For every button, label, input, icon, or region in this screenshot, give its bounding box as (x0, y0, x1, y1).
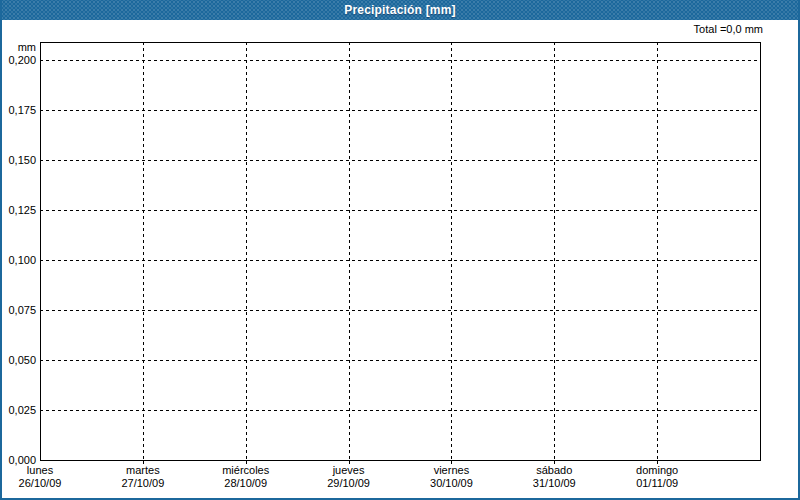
x-tick-label: jueves29/10/09 (327, 464, 370, 490)
y-tick-label: 0,100 (0, 254, 36, 266)
x-tick-label: domingo01/11/09 (636, 464, 678, 490)
y-tick-label: 0,050 (0, 354, 36, 366)
x-tick-label: viernes30/10/09 (430, 464, 473, 490)
gridline-horizontal (40, 160, 760, 161)
x-tick-date-label: 30/10/09 (430, 477, 473, 490)
x-tick-date-label: 26/10/09 (19, 477, 62, 490)
gridline-vertical (451, 42, 452, 460)
y-tick-label: 0,025 (0, 404, 36, 416)
chart-window: Precipitación [mm] Total =0,0 mm mm 0,20… (0, 0, 800, 500)
x-tick-date-label: 27/10/09 (121, 477, 164, 490)
x-tick-day-label: jueves (327, 464, 370, 477)
x-tick-date-label: 28/10/09 (222, 477, 269, 490)
gridline-vertical (657, 42, 658, 460)
gridline-horizontal (40, 310, 760, 311)
gridline-horizontal (40, 260, 760, 261)
gridline-horizontal (40, 410, 760, 411)
gridline-horizontal (40, 60, 760, 61)
gridline-horizontal (40, 210, 760, 211)
total-annotation: Total =0,0 mm (694, 23, 763, 35)
x-tick-day-label: miércoles (222, 464, 269, 477)
y-tick-label: 0,200 (0, 54, 36, 66)
y-tick-label: 0,125 (0, 204, 36, 216)
gridline-vertical (349, 42, 350, 460)
plot-area (40, 42, 761, 461)
x-tick-date-label: 31/10/09 (533, 477, 576, 490)
x-tick-day-label: sábado (533, 464, 576, 477)
y-axis-unit-label: mm (0, 41, 36, 53)
gridline-horizontal (40, 360, 760, 361)
x-tick-label: lunes26/10/09 (19, 464, 62, 490)
chart-title: Precipitación [mm] (344, 3, 456, 17)
x-tick-day-label: domingo (636, 464, 678, 477)
x-tick-label: sábado31/10/09 (533, 464, 576, 490)
gridline-vertical (246, 42, 247, 460)
x-tick-day-label: martes (121, 464, 164, 477)
y-tick-label: 0,150 (0, 154, 36, 166)
gridline-vertical (143, 42, 144, 460)
gridline-horizontal (40, 110, 760, 111)
gridline-vertical (554, 42, 555, 460)
y-tick-label: 0,075 (0, 304, 36, 316)
x-tick-label: martes27/10/09 (121, 464, 164, 490)
x-tick-day-label: viernes (430, 464, 473, 477)
y-tick-label: 0,175 (0, 104, 36, 116)
x-tick-date-label: 29/10/09 (327, 477, 370, 490)
x-tick-date-label: 01/11/09 (636, 477, 678, 490)
x-tick-label: miércoles28/10/09 (222, 464, 269, 490)
x-tick-day-label: lunes (19, 464, 62, 477)
chart-title-bar: Precipitación [mm] (0, 0, 800, 20)
